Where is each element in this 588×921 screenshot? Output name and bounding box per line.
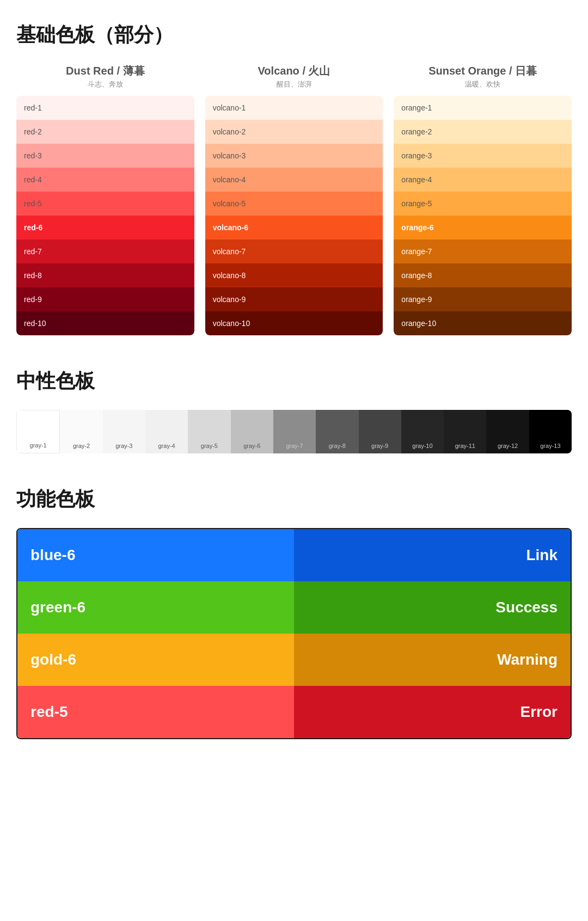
palette-title-en-red: Dust Red / 薄暮 xyxy=(16,64,194,78)
palette-title-en-orange: Sunset Orange / 日暮 xyxy=(394,64,572,78)
swatch-red-9: red-9 xyxy=(16,287,194,311)
palette-title-zh-red: 斗志、奔放 xyxy=(16,79,194,89)
functional-right-0: Link xyxy=(294,529,571,581)
swatch-orange-6: orange-6 xyxy=(394,216,572,240)
functional-row-0: blue-6Link xyxy=(17,529,571,581)
swatch-gray-6: gray-6 xyxy=(231,410,273,453)
functional-row-2: gold-6Warning xyxy=(17,634,571,686)
functional-row-3: red-5Error xyxy=(17,686,571,738)
palette-header-orange: Sunset Orange / 日暮温暖、欢快 xyxy=(394,64,572,89)
swatch-volcano-2: volcano-2 xyxy=(205,120,383,144)
swatch-gray-9: gray-9 xyxy=(359,410,401,453)
palette-column-orange: Sunset Orange / 日暮温暖、欢快orange-1orange-2o… xyxy=(394,64,572,335)
swatch-orange-7: orange-7 xyxy=(394,240,572,263)
swatch-red-4: red-4 xyxy=(16,168,194,192)
swatch-gray-2: gray-2 xyxy=(60,410,102,453)
functional-left-0: blue-6 xyxy=(17,529,294,581)
swatch-red-10: red-10 xyxy=(16,311,194,335)
swatches-wrapper-red: red-1red-2red-3red-4red-5red-6red-7red-8… xyxy=(16,96,194,335)
swatch-volcano-8: volcano-8 xyxy=(205,263,383,287)
basic-palette-title: 基础色板（部分） xyxy=(16,22,572,48)
palette-column-red: Dust Red / 薄暮斗志、奔放red-1red-2red-3red-4re… xyxy=(16,64,194,335)
swatch-red-6: red-6 xyxy=(16,216,194,240)
swatches-wrapper-volcano: volcano-1volcano-2volcano-3volcano-4volc… xyxy=(205,96,383,335)
neutral-palette-title: 中性色板 xyxy=(16,368,572,395)
swatch-volcano-5: volcano-5 xyxy=(205,192,383,216)
functional-right-1: Success xyxy=(294,581,571,634)
functional-palette-title: 功能色板 xyxy=(16,486,572,513)
swatch-gray-10: gray-10 xyxy=(401,410,444,453)
swatch-orange-9: orange-9 xyxy=(394,287,572,311)
swatch-gray-1: gray-1 xyxy=(16,410,60,453)
swatch-orange-3: orange-3 xyxy=(394,144,572,168)
swatch-volcano-3: volcano-3 xyxy=(205,144,383,168)
swatch-gray-5: gray-5 xyxy=(188,410,230,453)
swatch-red-7: red-7 xyxy=(16,240,194,263)
palette-column-volcano: Volcano / 火山醒目、澎湃volcano-1volcano-2volca… xyxy=(205,64,383,335)
functional-left-3: red-5 xyxy=(17,686,294,738)
swatches-wrapper-orange: orange-1orange-2orange-3orange-4orange-5… xyxy=(394,96,572,335)
functional-left-2: gold-6 xyxy=(17,634,294,686)
neutral-palette-container: gray-1gray-2gray-3gray-4gray-5gray-6gray… xyxy=(16,410,572,453)
swatch-volcano-10: volcano-10 xyxy=(205,311,383,335)
palette-title-en-volcano: Volcano / 火山 xyxy=(205,64,383,78)
basic-palette-container: Dust Red / 薄暮斗志、奔放red-1red-2red-3red-4re… xyxy=(16,64,572,335)
swatch-orange-8: orange-8 xyxy=(394,263,572,287)
swatch-gray-3: gray-3 xyxy=(103,410,145,453)
functional-row-1: green-6Success xyxy=(17,581,571,634)
swatch-gray-4: gray-4 xyxy=(145,410,188,453)
functional-right-3: Error xyxy=(294,686,571,738)
swatch-gray-12: gray-12 xyxy=(486,410,529,453)
swatch-red-1: red-1 xyxy=(16,96,194,120)
swatch-red-2: red-2 xyxy=(16,120,194,144)
swatch-orange-5: orange-5 xyxy=(394,192,572,216)
palette-header-red: Dust Red / 薄暮斗志、奔放 xyxy=(16,64,194,89)
functional-palette-container: blue-6Linkgreen-6Successgold-6Warningred… xyxy=(16,528,572,739)
palette-title-zh-orange: 温暖、欢快 xyxy=(394,79,572,89)
swatch-orange-10: orange-10 xyxy=(394,311,572,335)
swatch-volcano-7: volcano-7 xyxy=(205,240,383,263)
swatch-volcano-6: volcano-6 xyxy=(205,216,383,240)
palette-title-zh-volcano: 醒目、澎湃 xyxy=(205,79,383,89)
swatch-gray-11: gray-11 xyxy=(444,410,486,453)
swatch-gray-8: gray-8 xyxy=(316,410,358,453)
functional-right-2: Warning xyxy=(294,634,571,686)
functional-grid: blue-6Linkgreen-6Successgold-6Warningred… xyxy=(16,528,572,739)
swatch-orange-4: orange-4 xyxy=(394,168,572,192)
swatch-volcano-9: volcano-9 xyxy=(205,287,383,311)
swatch-gray-7: gray-7 xyxy=(273,410,316,453)
swatch-orange-2: orange-2 xyxy=(394,120,572,144)
swatch-orange-1: orange-1 xyxy=(394,96,572,120)
swatch-volcano-4: volcano-4 xyxy=(205,168,383,192)
functional-left-1: green-6 xyxy=(17,581,294,634)
swatch-volcano-1: volcano-1 xyxy=(205,96,383,120)
palette-header-volcano: Volcano / 火山醒目、澎湃 xyxy=(205,64,383,89)
gray-swatches-row: gray-1gray-2gray-3gray-4gray-5gray-6gray… xyxy=(16,410,572,453)
swatch-red-3: red-3 xyxy=(16,144,194,168)
swatch-gray-13: gray-13 xyxy=(529,410,572,453)
swatch-red-8: red-8 xyxy=(16,263,194,287)
swatch-red-5: red-5 xyxy=(16,192,194,216)
